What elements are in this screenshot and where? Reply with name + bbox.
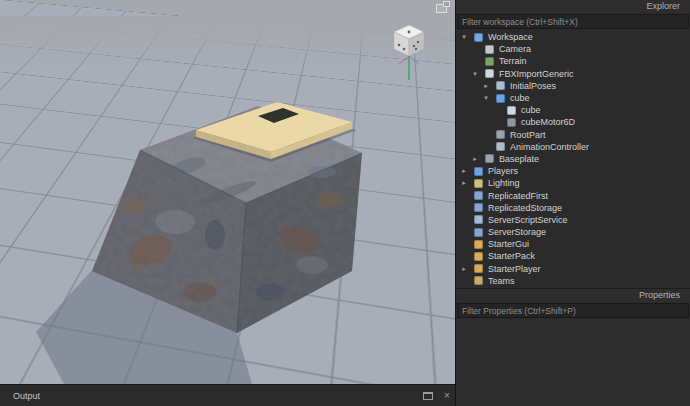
serverscript-icon (474, 215, 483, 224)
restore-viewport-icon[interactable] (436, 4, 447, 13)
repfirst-icon (474, 191, 483, 200)
players-icon (474, 167, 483, 176)
properties-filter-input[interactable] (457, 303, 689, 318)
tree-item-cubemotor6d[interactable]: cubeMotor6D (456, 116, 690, 128)
tree-item-label: Lighting (488, 178, 520, 188)
meshpart-icon (496, 94, 505, 103)
view-cube[interactable] (384, 20, 436, 86)
motor-icon (507, 118, 516, 127)
tree-item-lighting[interactable]: ▸Lighting (456, 177, 690, 189)
tree-item-teams[interactable]: Teams (456, 275, 690, 287)
explorer-filter-input[interactable] (457, 14, 689, 29)
tree-item-label: ServerStorage (488, 227, 546, 237)
tree-item-replicatedfirst[interactable]: ReplicatedFirst (456, 189, 690, 201)
tree-item-label: Players (488, 166, 518, 176)
collapse-arrow-icon[interactable]: ▾ (459, 31, 469, 43)
explorer-panel-header: Explorer (456, 0, 690, 13)
3d-viewport[interactable] (0, 0, 455, 384)
terrain-icon (485, 57, 494, 66)
tree-item-workspace[interactable]: ▾Workspace (456, 31, 690, 43)
tree-item-serverstorage[interactable]: ServerStorage (456, 226, 690, 238)
tree-item-terrain[interactable]: Terrain (456, 55, 690, 67)
starterplayer-icon (474, 264, 483, 273)
float-window-icon[interactable] (423, 392, 433, 400)
expand-arrow-icon[interactable]: ▸ (459, 177, 469, 189)
properties-title: Properties (639, 290, 680, 300)
expand-arrow-icon[interactable]: ▸ (459, 165, 469, 177)
tree-item-baseplate[interactable]: ▸Baseplate (456, 153, 690, 165)
explorer-title: Explorer (646, 1, 680, 11)
camera-icon (485, 45, 494, 54)
tree-item-fbximportgeneric[interactable]: ▾FBXImportGeneric (456, 68, 690, 80)
baseplate-icon (485, 154, 494, 163)
teams-icon (474, 276, 483, 285)
output-panel[interactable]: Output × (0, 384, 455, 406)
tree-item-label: cube (521, 105, 541, 115)
tree-item-label: Baseplate (499, 154, 539, 164)
serverstorage-icon (474, 228, 483, 237)
tree-item-label: Camera (499, 44, 531, 54)
expand-arrow-icon[interactable]: ▸ (470, 153, 480, 165)
expand-arrow-icon[interactable]: ▸ (481, 80, 491, 92)
collapse-arrow-icon[interactable]: ▾ (481, 92, 491, 104)
model-icon (485, 69, 494, 78)
animctrl-icon (496, 142, 505, 151)
tree-item-starterplayer[interactable]: ▸StarterPlayer (456, 263, 690, 275)
tree-item-cube[interactable]: ▾cube (456, 92, 690, 104)
tree-item-label: Teams (488, 276, 515, 286)
tree-item-label: Terrain (499, 56, 527, 66)
part-icon (496, 130, 505, 139)
tree-item-replicatedstorage[interactable]: ReplicatedStorage (456, 202, 690, 214)
properties-empty-area (456, 319, 690, 406)
tree-item-players[interactable]: ▸Players (456, 165, 690, 177)
tree-item-label: ServerScriptService (488, 215, 568, 225)
explorer-tree: ▾WorkspaceCameraTerrain▾FBXImportGeneric… (456, 30, 690, 288)
collapse-arrow-icon[interactable]: ▾ (470, 68, 480, 80)
tree-item-label: StarterGui (488, 239, 529, 249)
starterpack-icon (474, 252, 483, 261)
output-panel-title: Output (0, 391, 421, 401)
lighting-icon (474, 179, 483, 188)
tree-item-label: StarterPlayer (488, 264, 541, 274)
close-icon[interactable]: × (439, 386, 455, 406)
tree-item-label: Workspace (488, 32, 533, 42)
repstorage-icon (474, 203, 483, 212)
tree-item-label: ReplicatedStorage (488, 203, 562, 213)
tree-item-label: InitialPoses (510, 81, 556, 91)
expand-arrow-icon[interactable]: ▸ (459, 263, 469, 275)
tree-item-cube[interactable]: cube (456, 104, 690, 116)
left-column: Output × (0, 0, 455, 406)
tree-item-label: FBXImportGeneric (499, 69, 574, 79)
workspace-icon (474, 33, 483, 42)
tree-item-rootpart[interactable]: RootPart (456, 129, 690, 141)
mesh-icon (507, 106, 516, 115)
roblox-studio-window: Output × Explorer ▾WorkspaceCameraTerrai… (0, 0, 690, 406)
tree-item-label: cubeMotor6D (521, 117, 575, 127)
tree-item-camera[interactable]: Camera (456, 43, 690, 55)
tree-item-label: AnimationController (510, 142, 589, 152)
startergui-icon (474, 240, 483, 249)
tree-item-label: ReplicatedFirst (488, 191, 548, 201)
tree-item-label: cube (510, 93, 530, 103)
tree-item-startergui[interactable]: StarterGui (456, 238, 690, 250)
tree-item-starterpack[interactable]: StarterPack (456, 250, 690, 262)
explorer-panel: Explorer ▾WorkspaceCameraTerrain▾FBXImpo… (455, 0, 690, 406)
tree-item-initialposes[interactable]: ▸InitialPoses (456, 80, 690, 92)
tree-item-label: StarterPack (488, 251, 535, 261)
tree-item-serverscriptservice[interactable]: ServerScriptService (456, 214, 690, 226)
pose-icon (496, 81, 505, 90)
properties-panel-header: Properties (456, 288, 690, 302)
tree-item-animationcontroller[interactable]: AnimationController (456, 141, 690, 153)
tree-item-label: RootPart (510, 130, 546, 140)
